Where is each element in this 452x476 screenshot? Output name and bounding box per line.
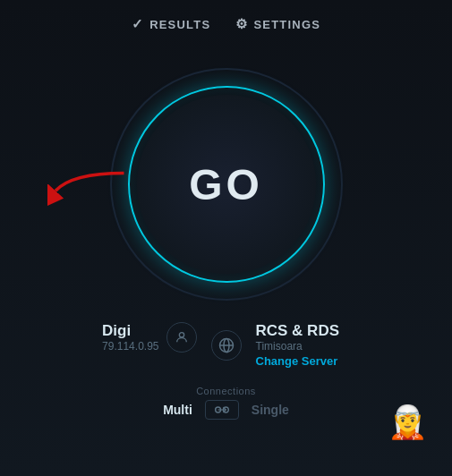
- server-name: RCS & RDS: [256, 322, 340, 340]
- right-info: RCS & RDS Timisoara Change Server: [245, 322, 380, 368]
- connections-toggle: Multi Single: [163, 400, 289, 420]
- settings-label: SETTINGS: [253, 18, 320, 31]
- nav-results[interactable]: ✓ RESULTS: [132, 16, 210, 32]
- person-icon: [166, 322, 197, 353]
- go-button[interactable]: GO: [137, 95, 316, 274]
- isp-name: Digi: [102, 322, 158, 340]
- globe-icon: [211, 330, 242, 361]
- ip-address: 79.114.0.95: [102, 340, 158, 353]
- settings-icon: ⚙: [235, 16, 248, 32]
- red-arrow: [47, 166, 128, 215]
- nav-settings[interactable]: ⚙ SETTINGS: [235, 16, 320, 32]
- server-location: Timisoara: [256, 340, 303, 353]
- mascot-area: 🧝: [380, 395, 434, 449]
- top-nav: ✓ RESULTS ⚙ SETTINGS: [0, 0, 452, 41]
- mascot-emoji: 🧝: [388, 404, 428, 441]
- multi-option[interactable]: Multi: [163, 403, 192, 417]
- svg-point-1: [179, 333, 183, 337]
- change-server-button[interactable]: Change Server: [256, 354, 338, 368]
- results-icon: ✓: [132, 16, 144, 32]
- results-label: RESULTS: [149, 18, 210, 31]
- left-info: Digi 79.114.0.95: [73, 322, 208, 353]
- isp-info-row: Digi 79.114.0.95: [102, 322, 196, 353]
- go-label: GO: [189, 160, 263, 209]
- single-option[interactable]: Single: [252, 403, 289, 417]
- connections-label: Connections: [196, 386, 256, 396]
- info-section: Digi 79.114.0.95 RCS & RDS: [0, 322, 452, 368]
- toggle-icon[interactable]: [205, 400, 239, 420]
- app-container: ✓ RESULTS ⚙ SETTINGS GO: [0, 0, 452, 476]
- speedtest-circle-area: GO: [101, 59, 352, 310]
